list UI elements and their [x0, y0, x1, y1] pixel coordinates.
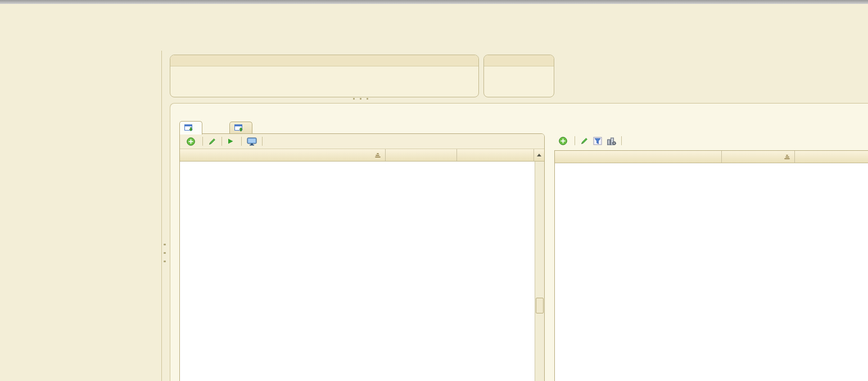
form-area	[170, 103, 868, 381]
building-gear-icon	[607, 137, 616, 145]
service-panel-title	[170, 55, 478, 66]
plus-icon	[559, 137, 567, 145]
settings-panel	[483, 55, 554, 97]
scrollbar-thumb[interactable]	[536, 298, 544, 313]
sort-icon	[784, 155, 791, 159]
window-import-icon	[234, 124, 243, 132]
funnel-icon	[593, 137, 602, 145]
pencil-icon	[208, 137, 216, 146]
ribbon	[0, 0, 868, 51]
service-menu-button[interactable]	[265, 140, 274, 142]
export-table-scrollbar[interactable]	[535, 162, 544, 381]
exchange-rules-panel	[554, 133, 868, 381]
splitter-grip-dot[interactable]	[164, 261, 166, 262]
arrow-up-icon	[537, 154, 541, 156]
export-table-header	[180, 149, 544, 162]
splitter-grip-dot[interactable]	[164, 252, 166, 254]
sidebar-nav	[0, 51, 161, 381]
create-button[interactable]	[557, 136, 572, 146]
toolbar-separator	[202, 137, 203, 146]
column-header-name[interactable]	[555, 151, 722, 163]
tab-zagruzka[interactable]	[229, 122, 252, 134]
sort-icon	[375, 153, 382, 158]
settings-panel-title	[484, 55, 554, 66]
panel-splitter-grip[interactable]	[353, 98, 368, 100]
export-list-toolbar	[180, 134, 544, 149]
column-header-purpose[interactable]	[457, 149, 534, 161]
plus-icon	[187, 137, 195, 146]
play-icon	[227, 138, 234, 145]
rules-table-header	[555, 151, 868, 163]
rules-table	[554, 150, 868, 381]
service-menu-button[interactable]	[625, 140, 633, 142]
monitor-icon	[247, 137, 257, 146]
tab-vygruzka[interactable]	[179, 121, 202, 135]
edit-button[interactable]	[206, 136, 219, 147]
sidebar-splitter[interactable]	[161, 51, 162, 381]
create-button[interactable]	[184, 136, 200, 147]
scrollbar-corner[interactable]	[534, 149, 544, 161]
export-profiles-list	[179, 133, 545, 381]
column-header-name[interactable]	[180, 149, 386, 161]
window-export-icon	[184, 124, 193, 132]
upload-button[interactable]	[225, 137, 238, 146]
edit-button[interactable]	[578, 136, 591, 146]
rules-toolbar	[554, 133, 868, 149]
splitter-grip-dot[interactable]	[164, 244, 166, 245]
toolbar-separator	[262, 137, 263, 146]
toolbar-separator	[221, 137, 222, 146]
toolbar-separator	[241, 137, 242, 146]
service-panel	[170, 55, 479, 97]
pencil-icon	[580, 137, 589, 145]
toolbar-separator	[575, 136, 575, 145]
structure-settings-button[interactable]	[604, 136, 618, 146]
filter-button[interactable]	[591, 136, 604, 146]
column-header-date[interactable]	[386, 149, 458, 161]
toolbar-separator	[621, 136, 622, 145]
monitor-button[interactable]	[245, 136, 259, 147]
column-header-load-rules[interactable]	[795, 151, 868, 163]
column-header-upload-rules[interactable]	[722, 151, 795, 163]
